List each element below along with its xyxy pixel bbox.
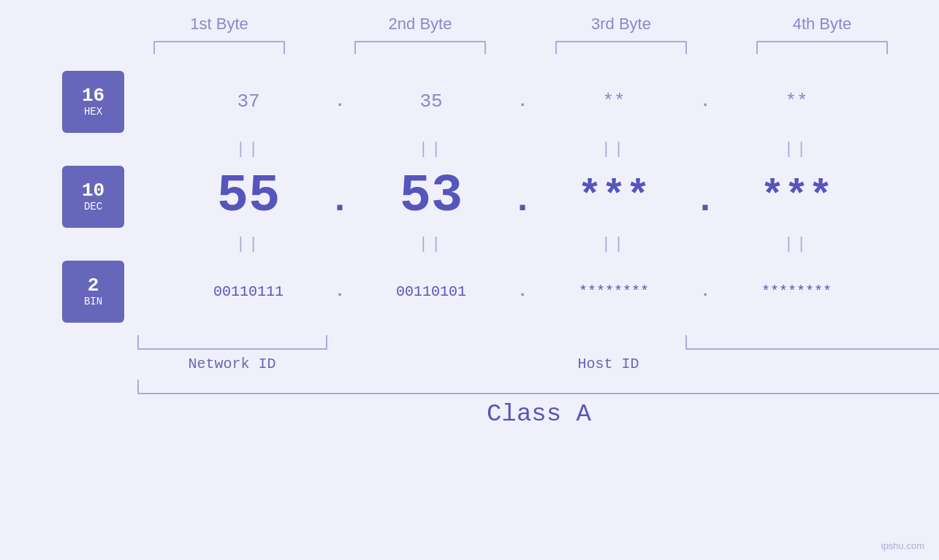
dec-badge: 10 DEC xyxy=(62,166,124,228)
class-row: Class A xyxy=(137,380,940,428)
dec-byte-2: 53 xyxy=(351,166,512,226)
dec-dot-1: . xyxy=(329,180,351,221)
dec-byte-3: *** xyxy=(533,174,694,220)
hex-byte-2: 35 xyxy=(351,91,512,112)
equals-6: || xyxy=(351,235,512,253)
equals-row-1: || || || || xyxy=(62,134,877,164)
equals-7: || xyxy=(533,235,694,253)
equals-5: || xyxy=(168,235,329,253)
byte-header-4: 4th Byte xyxy=(742,15,902,34)
bin-badge: 2 BIN xyxy=(62,261,124,323)
bin-byte-3: ******** xyxy=(533,283,694,300)
host-bracket xyxy=(685,335,940,350)
dec-dot-2: . xyxy=(512,180,533,221)
network-bracket xyxy=(137,335,327,350)
bracket-4 xyxy=(756,41,888,54)
bin-dot-2: . xyxy=(512,283,533,301)
bottom-brackets xyxy=(137,328,940,350)
byte-header-3: 3rd Byte xyxy=(541,15,702,34)
bin-dot-1: . xyxy=(329,283,351,301)
equals-row-2: || || || || xyxy=(62,229,877,258)
hex-byte-1: 37 xyxy=(168,91,329,112)
hex-badge: 16 HEX xyxy=(62,71,124,133)
bin-byte-2: 00110101 xyxy=(351,283,512,300)
bin-row: 2 BIN 00110111 . 00110101 . ******** . *… xyxy=(62,258,877,324)
bracket-1 xyxy=(153,41,285,54)
dec-dot-3: . xyxy=(694,180,716,221)
bracket-2 xyxy=(354,41,486,54)
bin-values: 00110111 . 00110101 . ******** . *******… xyxy=(168,283,877,301)
hex-dot-3: . xyxy=(694,93,716,111)
bracket-3 xyxy=(555,41,687,54)
bin-dot-3: . xyxy=(694,283,716,301)
hex-byte-4: ** xyxy=(716,91,877,112)
equals-4: || xyxy=(716,140,877,158)
bin-byte-4: ******** xyxy=(716,283,877,300)
main-container: 1st Byte 2nd Byte 3rd Byte 4th Byte 16 H… xyxy=(0,0,939,560)
equals-3: || xyxy=(533,140,694,158)
dec-values: 55 . 53 . *** . *** xyxy=(168,166,877,226)
class-label: Class A xyxy=(137,400,940,428)
hex-row: 16 HEX 37 . 35 . ** . ** xyxy=(62,69,877,134)
byte-header-2: 2nd Byte xyxy=(340,15,501,34)
id-labels: Network ID Host ID xyxy=(137,356,940,372)
byte-headers-row: 1st Byte 2nd Byte 3rd Byte 4th Byte xyxy=(119,15,923,34)
dec-byte-1: 55 xyxy=(168,166,329,226)
bottom-section: Network ID Host ID xyxy=(137,328,940,372)
host-id-label: Host ID xyxy=(335,356,883,372)
hex-dot-2: . xyxy=(512,93,533,111)
equals-8: || xyxy=(716,235,877,253)
hex-values: 37 . 35 . ** . ** xyxy=(168,91,877,112)
equals-1: || xyxy=(168,140,329,158)
dec-row: 10 DEC 55 . 53 . *** . *** xyxy=(62,164,877,229)
dec-byte-4: *** xyxy=(716,174,877,220)
top-brackets xyxy=(119,41,923,54)
equals-2: || xyxy=(351,140,512,158)
class-bracket xyxy=(137,380,940,394)
hex-dot-1: . xyxy=(329,93,351,111)
byte-header-1: 1st Byte xyxy=(139,15,300,34)
network-id-label: Network ID xyxy=(137,356,327,372)
bin-byte-1: 00110111 xyxy=(168,283,329,300)
hex-byte-3: ** xyxy=(533,91,694,112)
watermark: ipshu.com xyxy=(881,540,924,551)
